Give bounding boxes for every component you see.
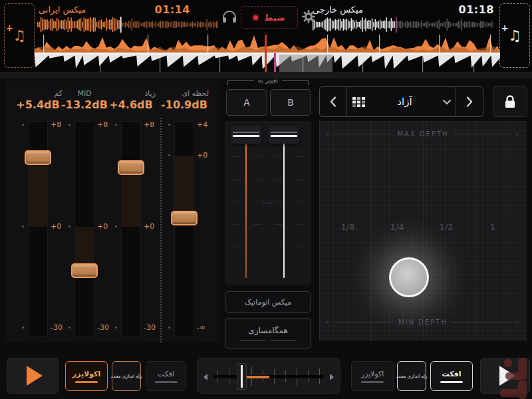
scale-label: +4 [197, 120, 211, 129]
record-button[interactable]: ضبط [241, 6, 298, 29]
fx-xy-pad[interactable]: ‹ MAX DEPTH › 1/8 1/4 1/2 1 ‹ MIN DEPTH … [319, 121, 527, 340]
beat-fraction-1-8: 1/8 [334, 222, 361, 232]
tick-dot [115, 225, 117, 227]
max-depth-label: MAX DEPTH [397, 130, 448, 138]
fx-prev-button[interactable] [320, 87, 346, 116]
eq-low-value: +5.4dB [13, 98, 63, 111]
deck-b-equalizer-tab[interactable]: اکولایزر [351, 361, 394, 391]
min-depth-row: ‹ MIN DEPTH › [326, 319, 520, 326]
fx-lock-button[interactable] [493, 86, 527, 117]
scale-label: +0 [144, 222, 158, 231]
deck-a-volume-handle[interactable] [231, 126, 261, 144]
fx-preset-value[interactable]: آزاد [371, 96, 438, 108]
bracket-line [282, 80, 309, 85]
deck-a-main-waveform[interactable] [35, 35, 500, 53]
max-depth-row: ‹ MAX DEPTH › [326, 130, 520, 138]
reload-label: راه اندازی مجدد [111, 374, 142, 379]
chevron-down-icon [442, 99, 452, 105]
crossfader [197, 358, 340, 394]
sync-label: همگامسازی [248, 326, 288, 335]
eq-gain-label: لحظه ای [160, 89, 209, 98]
deck-a-time: 01:14 [155, 3, 190, 16]
eq-mid-value: -13.2dB [60, 98, 109, 111]
fader-tick-row [231, 156, 305, 157]
deck-b-main-waveform[interactable] [35, 55, 500, 72]
deck-b-reload-button[interactable]: راه اندازی مجدد [397, 361, 426, 391]
music-note-plus-icon: ♫+ [508, 29, 521, 43]
fader-tick-row [231, 247, 305, 247]
deck-b-play-button[interactable] [480, 358, 530, 394]
record-dot-icon [253, 15, 258, 20]
deck-b-volume-handle[interactable] [269, 126, 299, 144]
automix-label: میکس اتوماتیک [245, 298, 291, 307]
chevron-right-icon [466, 96, 473, 108]
equalizer-panel: کم +5.4dB +8 +0 -30 MID -13.2dB +8 +0 -3… [5, 81, 219, 342]
deck-a-equalizer-tab[interactable]: اکولایزر [65, 361, 108, 391]
eq-gain-slider-handle[interactable] [171, 211, 198, 225]
crossfader-handle[interactable] [237, 363, 247, 390]
deck-a-reload-button[interactable]: راه اندازی مجدد [112, 361, 141, 391]
eq-column-low: کم +5.4dB +8 +0 -30 [13, 81, 63, 342]
eq-high-deviation [122, 168, 140, 227]
eq-low-label: کم [13, 89, 63, 98]
add-track-deck-b-button[interactable]: ♫+ [499, 3, 530, 68]
play-icon [27, 366, 43, 386]
eq-column-gain: لحظه ای -10.9dB +4 +0 -∞ [160, 81, 209, 342]
sync-button[interactable]: همگامسازی [225, 318, 311, 348]
fx-grid-button[interactable] [347, 87, 371, 116]
inactive-underline [361, 381, 384, 383]
eq-gain-value: -10.9dB [160, 98, 209, 111]
crossfader-left-arrow-icon[interactable] [203, 374, 207, 380]
fx-preset-dropdown[interactable] [438, 87, 456, 116]
fader-tick-row [231, 179, 305, 180]
headphone-icon[interactable] [221, 9, 237, 27]
gear-icon[interactable] [301, 9, 317, 27]
eq-low-slider-handle[interactable] [25, 150, 51, 165]
deck-b-letter: B [287, 97, 294, 108]
tick-dot [115, 327, 117, 329]
tick-dot [22, 225, 24, 227]
deck-a-header: میکس ایرانی 01:14 [39, 3, 190, 15]
deck-a-effects-tab[interactable]: افکت [146, 361, 186, 391]
beat-fraction-1-2: 1/2 [433, 222, 460, 232]
fx-pad-puck[interactable] [389, 257, 429, 297]
switch-to-label-row: تغییر به [227, 80, 309, 90]
fx-next-button[interactable] [456, 87, 483, 116]
active-underline [75, 381, 98, 383]
beat-fraction-1-4: 1/4 [384, 222, 410, 232]
record-label: ضبط [264, 13, 285, 23]
deck-b-volume-track[interactable] [283, 134, 285, 278]
volume-fader-panel: صدا [225, 121, 311, 285]
crossfader-right-arrow-icon[interactable] [330, 374, 334, 380]
deck-a-mini-waveform[interactable] [37, 17, 218, 33]
deck-b-select-button[interactable]: B [270, 89, 311, 116]
equalizer-label: اکولایزر [72, 370, 101, 378]
fx-preset-selector: آزاد [319, 86, 483, 117]
deck-b-playhead [274, 53, 276, 72]
add-track-deck-a-button[interactable]: ♫+ [4, 3, 35, 68]
deck-a-volume-track[interactable] [245, 134, 247, 278]
scale-label: -30 [144, 323, 158, 332]
deck-b-mini-waveform[interactable] [313, 17, 493, 33]
volume-hint-label: صدا [225, 198, 311, 205]
deck-b-title: میکس خارجی [313, 5, 363, 15]
deck-a-playhead [265, 35, 267, 72]
inactive-underline [155, 381, 178, 383]
deck-a-select-button[interactable]: A [226, 89, 267, 116]
deck-a-play-button[interactable] [7, 358, 59, 394]
eq-gain-track[interactable] [174, 121, 194, 337]
eq-high-value: +4.6dB [106, 98, 156, 111]
scale-label: +0 [197, 151, 211, 160]
eq-high-track[interactable] [121, 121, 141, 337]
chevron-left-icon [329, 96, 337, 108]
eq-high-slider-handle[interactable] [118, 160, 144, 175]
dj-mixer-app: ♫+ ♫+ میکس ایرانی 01:14 میکس خارجی 01:18… [0, 0, 532, 399]
deck-b-effects-tab[interactable]: افکت [430, 361, 473, 391]
tick-dot [168, 327, 170, 329]
tick-dot [168, 154, 170, 156]
tick-dot [68, 124, 70, 126]
tick-dot [68, 225, 70, 227]
eq-mid-slider-handle[interactable] [71, 263, 98, 278]
tick-dot [68, 327, 70, 329]
automix-button[interactable]: میکس اتوماتیک [225, 291, 311, 313]
